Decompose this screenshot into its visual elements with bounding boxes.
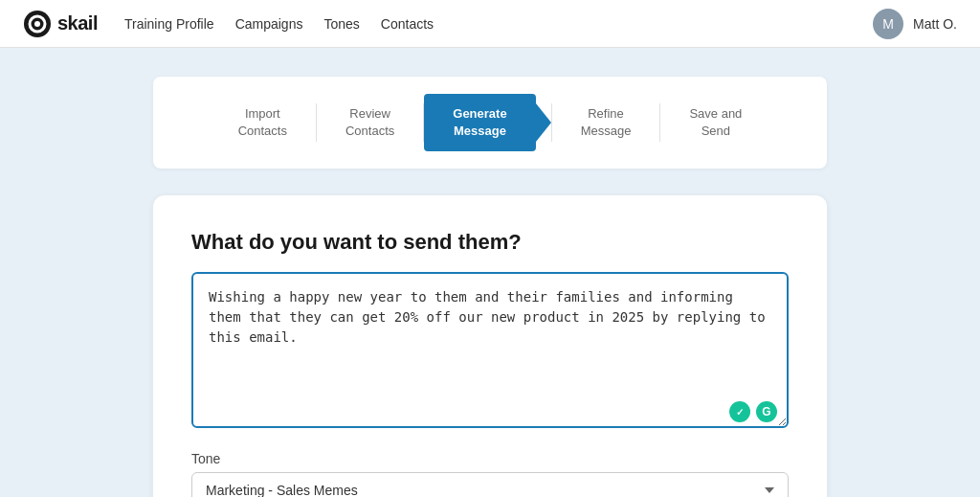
- step-review-contacts[interactable]: Review Contacts: [317, 105, 423, 140]
- grammarly-g-icon: G: [756, 401, 777, 422]
- logo-text: skail: [57, 12, 98, 34]
- grammarly-check-icon: ✓: [729, 401, 750, 422]
- stepper: Import Contacts Review Contacts Generate…: [210, 94, 771, 151]
- textarea-wrapper: Wishing a happy new year to them and the…: [191, 272, 789, 432]
- navbar-right: M Matt O.: [873, 9, 957, 39]
- nav-tones[interactable]: Tones: [323, 16, 359, 32]
- textarea-icons: ✓ G: [729, 401, 777, 422]
- message-textarea[interactable]: Wishing a happy new year to them and the…: [191, 272, 789, 428]
- step-import-contacts[interactable]: Import Contacts: [210, 105, 316, 140]
- logo[interactable]: skail: [23, 10, 98, 38]
- navbar: skail Training Profile Campaigns Tones C…: [0, 0, 980, 48]
- tone-select[interactable]: Marketing - Sales Memes Professional Cas…: [191, 472, 789, 497]
- nav-training-profile[interactable]: Training Profile: [124, 16, 214, 32]
- avatar: M: [873, 9, 903, 39]
- nav-campaigns[interactable]: Campaigns: [235, 16, 303, 32]
- step-save-and-send[interactable]: Save and Send: [660, 105, 770, 140]
- user-name: Matt O.: [913, 16, 957, 32]
- nav-links: Training Profile Campaigns Tones Contact…: [124, 15, 434, 33]
- skail-logo-icon: [23, 10, 52, 38]
- step-refine-message[interactable]: Refine Message: [552, 105, 660, 140]
- page-content: Import Contacts Review Contacts Generate…: [0, 48, 980, 497]
- tone-label: Tone: [191, 451, 789, 466]
- stepper-container: Import Contacts Review Contacts Generate…: [153, 77, 827, 169]
- form-title: What do you want to send them?: [191, 230, 789, 255]
- step-generate-message[interactable]: Generate Message: [424, 94, 535, 151]
- navbar-left: skail Training Profile Campaigns Tones C…: [23, 10, 434, 38]
- form-card: What do you want to send them? Wishing a…: [153, 195, 827, 497]
- nav-contacts[interactable]: Contacts: [381, 16, 434, 32]
- svg-point-2: [34, 21, 40, 27]
